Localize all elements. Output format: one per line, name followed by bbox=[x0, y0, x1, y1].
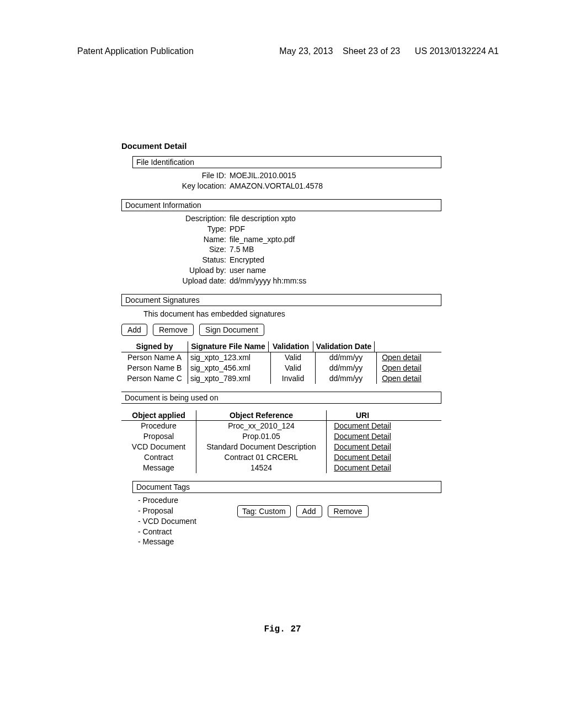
tag-custom-input[interactable]: Tag: Custom bbox=[237, 505, 291, 517]
used-row: Procedure Proc_xx_2010_124 Document Deta… bbox=[121, 421, 441, 431]
signature-row: Person Name A sig_xpto_123.xml Valid dd/… bbox=[121, 352, 441, 363]
sig-valid: Valid bbox=[271, 352, 316, 363]
sig-col-valdate: Validation Date bbox=[313, 341, 375, 352]
signatures-table: Signed by Signature File Name Validation… bbox=[121, 341, 441, 384]
tag-item: - Message bbox=[138, 537, 237, 547]
size-value: 7.5 MB bbox=[230, 244, 441, 255]
used-obj: VCD Document bbox=[121, 442, 196, 452]
header-date: May 23, 2013 bbox=[279, 46, 333, 56]
used-on-header: Document is being used on bbox=[121, 392, 441, 404]
used-row: Proposal Prop.01.05 Document Detail bbox=[121, 431, 441, 442]
sig-date: dd/mm/yy bbox=[316, 363, 377, 373]
page-header: Patent Application Publication May 23, 2… bbox=[0, 46, 565, 56]
used-ref: Standard Document Description bbox=[196, 442, 327, 452]
header-left: Patent Application Publication bbox=[77, 46, 194, 56]
name-value: file_name_xpto.pdf bbox=[230, 234, 441, 245]
document-detail-link[interactable]: Document Detail bbox=[327, 421, 398, 431]
file-id-value: MOEJIL.2010.0015 bbox=[230, 170, 441, 181]
figure-caption: Fig. 27 bbox=[0, 624, 565, 634]
embedded-signatures-msg: This document has embedded signatures bbox=[121, 309, 441, 318]
signature-row: Person Name C sig_xpto_789.xml Invalid d… bbox=[121, 373, 441, 384]
used-col-uri: URI bbox=[327, 410, 398, 421]
used-obj: Proposal bbox=[121, 431, 196, 442]
remove-signature-button[interactable]: Remove bbox=[153, 324, 194, 336]
tag-item: - Contract bbox=[138, 527, 237, 537]
header-sheet: Sheet 23 of 23 bbox=[343, 46, 400, 56]
status-label: Status: bbox=[121, 255, 230, 265]
sig-date: dd/mm/yy bbox=[316, 373, 377, 384]
upby-label: Upload by: bbox=[121, 265, 230, 276]
file-identification-header: File Identification bbox=[132, 156, 441, 168]
file-id-label: File ID: bbox=[121, 170, 230, 181]
add-tag-button[interactable]: Add bbox=[296, 505, 322, 517]
type-label: Type: bbox=[121, 224, 230, 234]
signature-row: Person Name B sig_xpto_456.xml Valid dd/… bbox=[121, 363, 441, 373]
sig-valid: Valid bbox=[271, 363, 316, 373]
open-detail-link[interactable]: Open detail bbox=[377, 373, 427, 384]
used-ref: Contract 01 CRCERL bbox=[196, 452, 327, 463]
page-title: Document Detail bbox=[121, 141, 441, 151]
open-detail-link[interactable]: Open detail bbox=[377, 363, 427, 373]
tag-item: - Proposal bbox=[138, 506, 237, 516]
used-on-table: Object applied Object Reference URI Proc… bbox=[121, 410, 441, 473]
used-ref: Proc_xx_2010_124 bbox=[196, 421, 327, 431]
tags-list: - Procedure - Proposal - VCD Document - … bbox=[121, 495, 237, 547]
used-obj: Procedure bbox=[121, 421, 196, 431]
sig-date: dd/mm/yy bbox=[316, 352, 377, 363]
sig-signed: Person Name A bbox=[121, 352, 188, 363]
key-location-label: Key location: bbox=[121, 181, 230, 191]
key-location-value: AMAZON.VORTAL01.4578 bbox=[230, 181, 441, 191]
used-col-obj: Object applied bbox=[121, 410, 196, 421]
used-row: Message 14524 Document Detail bbox=[121, 463, 441, 473]
document-detail-link[interactable]: Document Detail bbox=[327, 431, 398, 442]
sig-file: sig_xpto_123.xml bbox=[188, 352, 271, 363]
sign-document-button[interactable]: Sign Document bbox=[199, 324, 264, 336]
tag-item: - Procedure bbox=[138, 495, 237, 506]
used-obj: Message bbox=[121, 463, 196, 473]
open-detail-link[interactable]: Open detail bbox=[377, 352, 427, 363]
sig-file: sig_xpto_789.xml bbox=[188, 373, 271, 384]
sig-col-filename: Signature File Name bbox=[188, 341, 269, 352]
header-pubnum: US 2013/0132224 A1 bbox=[415, 46, 499, 56]
used-row: Contract Contract 01 CRCERL Document Det… bbox=[121, 452, 441, 463]
document-detail-link[interactable]: Document Detail bbox=[327, 463, 398, 473]
upby-value: user name bbox=[230, 265, 441, 276]
name-label: Name: bbox=[121, 234, 230, 245]
sig-file: sig_xpto_456.xml bbox=[188, 363, 271, 373]
document-detail-link[interactable]: Document Detail bbox=[327, 442, 398, 452]
document-tags-header: Document Tags bbox=[132, 481, 441, 493]
header-right: May 23, 2013 Sheet 23 of 23 US 2013/0132… bbox=[279, 46, 499, 56]
sig-col-validation: Validation bbox=[269, 341, 313, 352]
document-information-header: Document Information bbox=[121, 199, 441, 211]
sig-signed: Person Name B bbox=[121, 363, 188, 373]
desc-label: Description: bbox=[121, 213, 230, 224]
size-label: Size: bbox=[121, 244, 230, 255]
used-col-ref: Object Reference bbox=[196, 410, 327, 421]
sig-col-action bbox=[375, 341, 424, 352]
update-label: Upload date: bbox=[121, 276, 230, 286]
sig-signed: Person Name C bbox=[121, 373, 188, 384]
desc-value: file description xpto bbox=[230, 213, 441, 224]
sig-col-signedby: Signed by bbox=[121, 341, 188, 352]
tag-item: - VCD Document bbox=[138, 516, 237, 527]
remove-tag-button[interactable]: Remove bbox=[328, 505, 369, 517]
document-detail-link[interactable]: Document Detail bbox=[327, 452, 398, 463]
add-signature-button[interactable]: Add bbox=[121, 324, 147, 336]
status-value: Encrypted bbox=[230, 255, 441, 265]
used-ref: Prop.01.05 bbox=[196, 431, 327, 442]
used-ref: 14524 bbox=[196, 463, 327, 473]
sig-valid: Invalid bbox=[271, 373, 316, 384]
update-value: dd/mm/yyyy hh:mm:ss bbox=[230, 276, 441, 286]
type-value: PDF bbox=[230, 224, 441, 234]
used-row: VCD Document Standard Document Descripti… bbox=[121, 442, 441, 452]
document-signatures-header: Document Signatures bbox=[121, 294, 441, 306]
used-obj: Contract bbox=[121, 452, 196, 463]
